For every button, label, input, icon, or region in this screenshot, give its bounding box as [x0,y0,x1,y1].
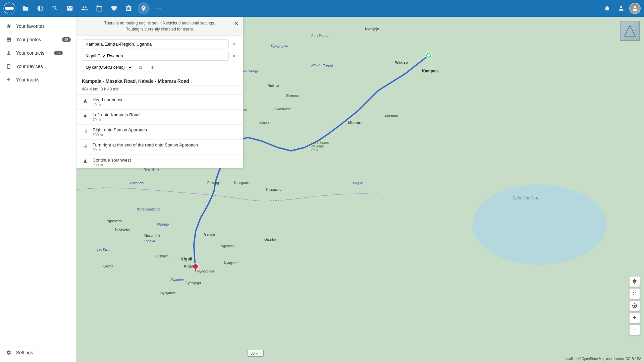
route-swap-btn[interactable]: ⇅ [136,63,145,72]
favorites-add-btn[interactable]: + [62,23,65,29]
svg-point-3 [10,7,14,10]
direction-dist-1: 70 m [93,118,237,122]
warning-text: There is no routing engine set in Nextcl… [104,21,215,32]
heart-icon[interactable] [108,2,120,14]
direction-icon-0 [82,98,89,104]
direction-item-1[interactable]: Left onto Kampala Road 70 m [76,110,243,125]
favorites-sidebar-icon [5,23,12,29]
svg-text:Lake Victoria: Lake Victoria [513,195,540,200]
direction-icon-1 [82,113,89,119]
contacts-label: Your contacts [16,50,50,56]
sidebar-item-your-devices[interactable]: Your devices ··· [0,60,76,73]
direction-text-0: Head northeast 40 m [93,97,237,107]
topbar: ··· [0,0,644,17]
contacts-more-btn[interactable]: ··· [67,50,71,56]
zoom-in-label: + [633,314,637,322]
settings-label: Settings [16,350,71,355]
direction-text-4: Continue southwest 900 m [93,158,237,167]
more-apps-icon[interactable]: ··· [152,2,164,14]
directions-list: Head northeast 40 m Left onto Kampala Ro… [76,95,243,168]
direction-item-0[interactable]: Head northeast 40 m [76,95,243,110]
direction-icon-4 [82,158,89,165]
map-thumbnail[interactable] [620,21,640,41]
route-mode-select[interactable]: By car (OSRM demo) [82,63,133,72]
devices-more-btn[interactable]: ··· [67,64,71,69]
route-name-bar: Kampala - Masaka Road, Kabale - Mbarara … [76,75,243,85]
scale-label: 30 km [251,351,261,355]
settings-icon [5,349,12,356]
direction-text-2: Right onto Station Approach 100 m [93,127,237,137]
direction-name-1: Left onto Kampala Road [93,112,237,117]
origin-input[interactable] [82,39,229,49]
map-fullscreen-btn[interactable] [629,288,640,299]
destination-input[interactable] [82,51,229,61]
sidebar-item-your-favorites[interactable]: Your favorites + ··· [0,19,76,33]
tasks-icon[interactable] [123,2,135,14]
map-controls: + − [629,276,640,335]
direction-text-3: Turn right at the end of the road onto S… [93,142,237,152]
sidebar: Your favorites + ··· Your photos 15 Your… [0,17,76,362]
svg-point-9 [427,54,430,57]
photos-badge: 15 [62,37,71,42]
map-container[interactable]: Lake Victoria Fort Portal Kyenjojo Wakis… [76,17,644,362]
favorites-more-btn[interactable]: ··· [67,23,71,29]
tracks-label: Your tracks [16,77,63,82]
zoom-out-label: − [633,326,637,334]
direction-icon-2 [82,128,89,134]
direction-dist-3: 50 m [93,148,237,152]
direction-dist-4: 900 m [93,163,237,167]
direction-item-2[interactable]: Right onto Station Approach 100 m [76,125,243,140]
map-layers-btn[interactable] [629,276,640,287]
contacts-icon[interactable] [78,2,91,14]
tracks-sidebar-icon [5,76,12,83]
sidebar-item-your-contacts[interactable]: Your contacts 27 ··· [0,46,76,60]
files-icon[interactable] [19,2,32,14]
contacts-badge: 27 [54,51,63,55]
sidebar-item-your-tracks[interactable]: Your tracks ··· [0,73,76,86]
sidebar-item-settings[interactable]: Settings [0,346,76,359]
map-scale: 30 km [248,350,264,357]
route-panel: There is no routing engine set in Nextcl… [76,17,243,168]
devices-sidebar-icon [5,63,12,70]
sidebar-item-your-photos[interactable]: Your photos 15 [0,33,76,46]
map-attribution: Leaflet | © OpenStreetMap contributors, … [566,357,641,361]
map-zoom-in-btn[interactable]: + [629,312,640,323]
maps-nav-icon[interactable] [138,2,150,14]
direction-text-1: Left onto Kampala Road 70 m [93,112,237,122]
search-icon[interactable] [49,2,61,14]
avatar[interactable] [629,3,641,14]
activity-icon[interactable] [34,2,46,14]
route-add-waypoint-btn[interactable]: + [148,63,157,72]
route-summary: 494.4 km, 8 h 40 min [76,85,243,95]
devices-label: Your devices [16,64,63,69]
route-inputs: ✕ ✕ By car (OSRM demo) ⇅ + [76,36,243,75]
direction-name-4: Continue southwest [93,158,237,163]
notification-bell-icon[interactable] [601,2,613,14]
app-logo[interactable] [3,2,15,14]
origin-row: ✕ [82,39,237,49]
calendar-icon[interactable] [93,2,105,14]
direction-item-3[interactable]: Turn right at the end of the road onto S… [76,140,243,155]
user-menu-icon[interactable] [615,2,627,14]
destination-clear-btn[interactable]: ✕ [231,52,237,60]
contacts-sidebar-icon [5,50,12,56]
direction-name-2: Right onto Station Approach [93,127,237,132]
mail-icon[interactable] [64,2,76,14]
photos-label: Your photos [16,37,58,42]
route-close-btn[interactable]: ✕ [232,19,240,27]
direction-icon-3 [82,143,89,149]
route-name: Kampala - Masaka Road, Kabale - Mbarara … [82,78,189,84]
direction-name-0: Head northeast [93,97,237,102]
direction-name-3: Turn right at the end of the road onto S… [93,142,237,147]
route-options-row: By car (OSRM demo) ⇅ + [82,63,237,72]
map-zoom-out-btn[interactable]: − [629,324,640,335]
direction-dist-2: 100 m [93,133,237,137]
direction-dist-0: 40 m [93,103,237,107]
tracks-more-btn[interactable]: ··· [67,77,71,82]
origin-clear-btn[interactable]: ✕ [231,40,237,48]
direction-item-4[interactable]: Continue southwest 900 m [76,155,243,168]
route-summary-text: 494.4 km, 8 h 40 min [82,87,119,92]
map-location-btn[interactable] [629,300,640,311]
route-warning: There is no routing engine set in Nextcl… [76,17,243,36]
photos-sidebar-icon [5,36,12,43]
